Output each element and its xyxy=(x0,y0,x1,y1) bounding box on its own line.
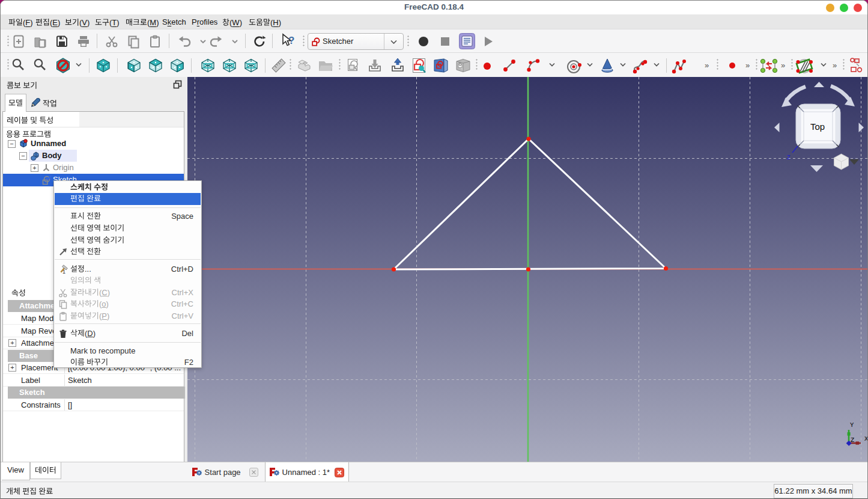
svg-text:Z: Z xyxy=(851,436,854,444)
svg-text:Top: Top xyxy=(810,121,825,132)
svg-text:z: z xyxy=(787,153,791,161)
svg-text:X: X xyxy=(864,435,868,442)
svg-text:Y: Y xyxy=(850,421,854,429)
svg-text:?: ? xyxy=(288,35,294,46)
svg-text:1: 1 xyxy=(62,269,65,274)
